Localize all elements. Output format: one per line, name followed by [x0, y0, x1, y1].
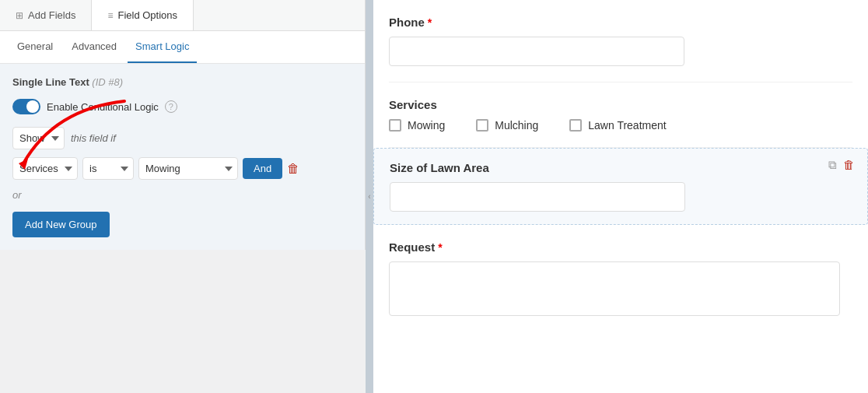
lawn-area-label: Size of Lawn Area — [390, 161, 852, 174]
phone-field-label: Phone * — [389, 16, 852, 29]
lawn-area-input[interactable] — [390, 182, 685, 212]
section-actions: ⧉ 🗑 — [828, 158, 855, 172]
and-button[interactable]: And — [243, 158, 282, 179]
value-select[interactable]: Mowing Mulching Lawn Treatment — [138, 157, 238, 180]
phone-input[interactable] — [389, 37, 684, 66]
phone-required-star: * — [428, 16, 432, 29]
divider-handle[interactable]: ‹ — [366, 0, 373, 393]
conditional-logic-toggle[interactable] — [12, 99, 40, 114]
tab-advanced[interactable]: Advanced — [64, 31, 124, 63]
toggle-label: Enable Conditional Logic — [47, 101, 159, 113]
checkbox-mulching[interactable]: Mulching — [476, 119, 538, 132]
checkbox-mowing-box[interactable] — [389, 119, 401, 132]
delete-section-icon[interactable]: 🗑 — [843, 158, 855, 172]
request-required-star: * — [438, 241, 442, 254]
tab-smart-logic[interactable]: Smart Logic — [128, 31, 197, 63]
delete-condition-button[interactable]: 🗑 — [287, 162, 299, 176]
show-condition-row: Show Hide this field if — [12, 127, 352, 149]
request-textarea[interactable] — [389, 261, 840, 316]
services-checkbox-group: Mowing Mulching Lawn Treatment — [389, 119, 852, 132]
tab-general[interactable]: General — [9, 31, 61, 63]
operator-select[interactable]: is is not — [82, 157, 134, 180]
checkbox-lawn-treatment[interactable]: Lawn Treatment — [569, 119, 666, 132]
or-label: or — [12, 189, 352, 201]
field-select[interactable]: Services — [12, 157, 78, 180]
right-panel: Phone * Services Mowing Mulching Lawn Tr… — [373, 0, 868, 393]
lawn-area-section: Size of Lawn Area ⧉ 🗑 — [373, 148, 868, 225]
tab-bar: ⊞ Add Fields ≡ Field Options — [0, 0, 365, 31]
field-label: Single Line Text (ID #8) — [12, 76, 352, 88]
checkbox-mowing[interactable]: Mowing — [389, 119, 445, 132]
tab-field-options[interactable]: ≡ Field Options — [92, 0, 194, 30]
checkbox-mulching-box[interactable] — [476, 119, 488, 132]
this-field-label: this field if — [71, 132, 116, 144]
checkbox-lawn-treatment-box[interactable] — [569, 119, 582, 132]
show-select[interactable]: Show Hide — [12, 127, 65, 149]
panel-content: Single Line Text (ID #8) Enable Conditio… — [0, 64, 365, 250]
phone-section: Phone * — [389, 0, 852, 82]
toggle-row: Enable Conditional Logic ? — [12, 99, 352, 114]
request-field-label: Request * — [389, 240, 852, 254]
duplicate-icon[interactable]: ⧉ — [828, 158, 837, 172]
add-fields-icon: ⊞ — [16, 10, 23, 21]
services-field-label: Services — [389, 98, 852, 111]
services-section: Services Mowing Mulching Lawn Treatment — [389, 82, 852, 148]
help-icon[interactable]: ? — [165, 100, 177, 113]
add-new-group-button[interactable]: Add New Group — [12, 212, 110, 237]
request-section: Request * — [389, 225, 852, 332]
condition-fields-row: Services is is not Mowing Mulching Lawn … — [12, 157, 352, 180]
sub-tab-bar: General Advanced Smart Logic — [0, 31, 365, 64]
field-options-icon: ≡ — [107, 10, 113, 21]
tab-add-fields[interactable]: ⊞ Add Fields — [0, 0, 92, 30]
